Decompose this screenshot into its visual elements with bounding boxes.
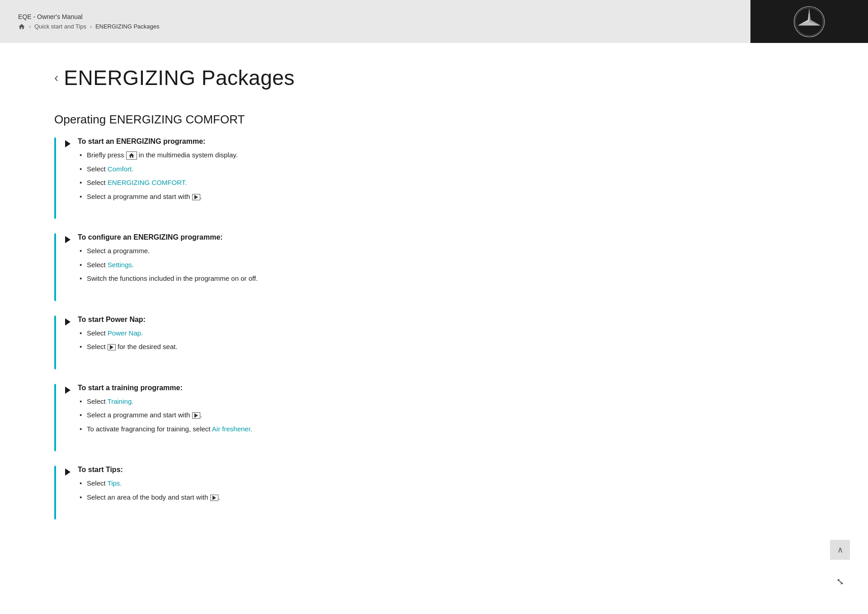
arrow-icon-4: [65, 387, 71, 394]
block-border-4: [54, 384, 56, 452]
instruction-list-2: Select a programme. Select Settings. Swi…: [78, 246, 814, 284]
breadcrumb-item-1[interactable]: Quick start and Tips: [34, 23, 86, 30]
mercedes-logo: [793, 6, 825, 38]
main-content: ‹ ENERGIZING Packages Operating ENERGIZI…: [0, 43, 868, 613]
arrow-icon-2: [65, 236, 71, 243]
instruction-block-5: To start Tips: Select Tips. Select an ar…: [54, 466, 814, 520]
instruction-row-5: To start Tips: Select Tips. Select an ar…: [65, 466, 814, 506]
instruction-content-1: To start an ENERGIZING programme: Briefl…: [78, 137, 814, 205]
breadcrumb: › Quick start and Tips › ENERGIZING Pack…: [18, 23, 732, 30]
training-link[interactable]: Training.: [108, 397, 134, 405]
instruction-label-3: To start Power Nap:: [78, 316, 814, 324]
instruction-label-5: To start Tips:: [78, 466, 814, 474]
play-triangle: [194, 195, 198, 199]
block-border-3: [54, 316, 56, 369]
block-inner-1: To start an ENERGIZING programme: Briefl…: [65, 137, 814, 219]
back-button[interactable]: ‹: [54, 71, 58, 85]
corner-icon[interactable]: ⤡: [830, 571, 850, 591]
block-inner-4: To start a training programme: Select Tr…: [65, 384, 814, 452]
block-inner-5: To start Tips: Select Tips. Select an ar…: [65, 466, 814, 520]
list-item: Select for the desired seat.: [78, 342, 814, 352]
list-item: To activate fragrancing for training, se…: [78, 424, 814, 435]
comfort-link[interactable]: Comfort.: [108, 165, 134, 173]
instruction-arrow-1: [65, 138, 71, 205]
instruction-arrow-3: [65, 316, 71, 356]
tips-link[interactable]: Tips.: [108, 479, 122, 487]
instruction-content-5: To start Tips: Select Tips. Select an ar…: [78, 466, 814, 506]
list-item: Select Power Nap.: [78, 328, 814, 339]
list-item: Switch the functions included in the pro…: [78, 274, 814, 284]
instruction-list-1: Briefly press in the multimedia system d…: [78, 150, 814, 202]
list-item: Select Comfort.: [78, 164, 814, 175]
breadcrumb-current: ENERGIZING Packages: [95, 23, 160, 30]
block-inner-2: To configure an ENERGIZING programme: Se…: [65, 233, 814, 301]
play-button-icon: [192, 194, 200, 200]
power-nap-link[interactable]: Power Nap.: [108, 329, 143, 337]
home-icon: [18, 23, 25, 30]
breadcrumb-home[interactable]: [18, 23, 25, 30]
settings-link[interactable]: Settings.: [108, 261, 134, 269]
instruction-label-1: To start an ENERGIZING programme:: [78, 137, 814, 146]
play-button-icon-2: [108, 344, 116, 350]
arrow-icon-3: [65, 318, 71, 326]
app-title: EQE - Owner's Manual: [18, 13, 732, 20]
list-item: Select Tips.: [78, 478, 814, 489]
block-border-2: [54, 233, 56, 301]
instruction-list-4: Select Training. Select a programme and …: [78, 397, 814, 435]
breadcrumb-separator-1: ›: [29, 24, 31, 30]
play-button-icon-4: [210, 495, 218, 501]
play-triangle-3: [194, 413, 198, 418]
block-inner-3: To start Power Nap: Select Power Nap. Se…: [65, 316, 814, 369]
section-heading: Operating ENERGIZING COMFORT: [54, 113, 814, 127]
list-item: Select Training.: [78, 397, 814, 407]
play-triangle-4: [212, 496, 216, 500]
instruction-content-3: To start Power Nap: Select Power Nap. Se…: [78, 316, 814, 356]
list-item: Select a programme and start with .: [78, 410, 814, 420]
instruction-arrow-2: [65, 234, 71, 288]
header-content: EQE - Owner's Manual › Quick start and T…: [0, 0, 750, 43]
page-title-row: ‹ ENERGIZING Packages: [54, 66, 814, 90]
instruction-arrow-5: [65, 467, 71, 506]
header-logo: [750, 0, 868, 43]
list-item: Select a programme.: [78, 246, 814, 256]
instruction-row-2: To configure an ENERGIZING programme: Se…: [65, 233, 814, 288]
play-button-icon-3: [192, 412, 200, 419]
instruction-block-3: To start Power Nap: Select Power Nap. Se…: [54, 316, 814, 369]
arrow-icon-5: [65, 468, 71, 476]
header: EQE - Owner's Manual › Quick start and T…: [0, 0, 868, 43]
air-freshener-link[interactable]: Air freshener.: [212, 425, 252, 433]
energizing-comfort-link[interactable]: ENERGIZING COMFORT.: [108, 179, 187, 186]
instruction-list-5: Select Tips. Select an area of the body …: [78, 478, 814, 502]
instruction-arrow-4: [65, 385, 71, 438]
list-item: Select ENERGIZING COMFORT.: [78, 178, 814, 188]
play-triangle-2: [110, 345, 113, 350]
instruction-list-3: Select Power Nap. Select for the desired…: [78, 328, 814, 352]
list-item: Select a programme and start with .: [78, 192, 814, 202]
page-title: ENERGIZING Packages: [64, 66, 295, 90]
block-border-1: [54, 137, 56, 219]
instruction-row-1: To start an ENERGIZING programme: Briefl…: [65, 137, 814, 205]
expand-icon: ⤡: [836, 576, 844, 587]
instruction-block-4: To start a training programme: Select Tr…: [54, 384, 814, 452]
instruction-row-3: To start Power Nap: Select Power Nap. Se…: [65, 316, 814, 356]
list-item: Briefly press in the multimedia system d…: [78, 150, 814, 161]
scroll-up-button[interactable]: ∧: [830, 540, 850, 560]
list-item: Select an area of the body and start wit…: [78, 492, 814, 503]
arrow-icon-1: [65, 140, 71, 147]
instruction-label-4: To start a training programme:: [78, 384, 814, 392]
instruction-label-2: To configure an ENERGIZING programme:: [78, 233, 814, 241]
home-button-icon: [126, 151, 137, 160]
instruction-block-2: To configure an ENERGIZING programme: Se…: [54, 233, 814, 301]
instruction-content-2: To configure an ENERGIZING programme: Se…: [78, 233, 814, 288]
instruction-block-1: To start an ENERGIZING programme: Briefl…: [54, 137, 814, 219]
instruction-content-4: To start a training programme: Select Tr…: [78, 384, 814, 438]
breadcrumb-separator-2: ›: [90, 24, 92, 30]
block-border-5: [54, 466, 56, 520]
chevron-up-icon: ∧: [837, 545, 843, 555]
instruction-row-4: To start a training programme: Select Tr…: [65, 384, 814, 438]
list-item: Select Settings.: [78, 260, 814, 270]
home-inline-icon: [128, 152, 135, 159]
